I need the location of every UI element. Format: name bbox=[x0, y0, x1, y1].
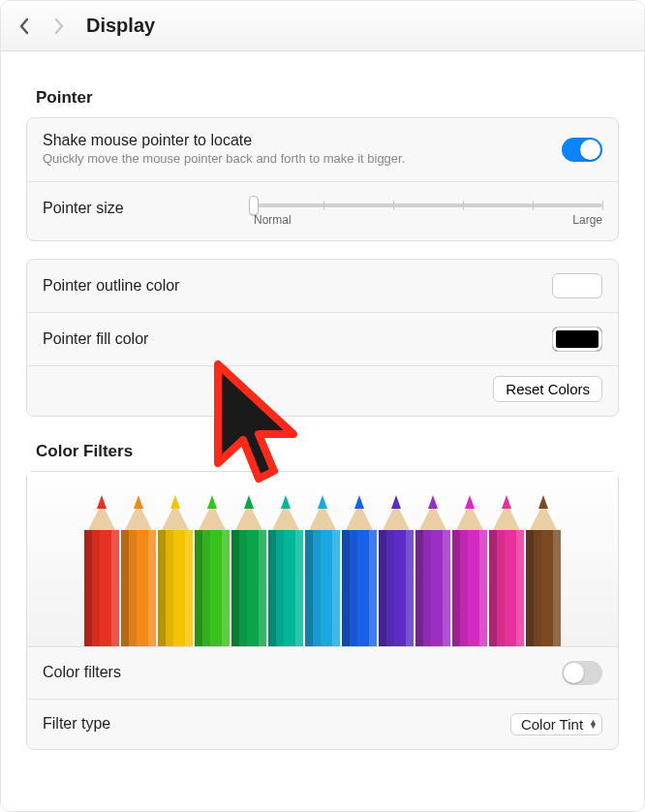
pointer-section-label: Pointer bbox=[36, 88, 619, 108]
pencil-icon bbox=[84, 491, 119, 646]
pointer-size-label: Pointer size bbox=[43, 196, 124, 217]
filter-type-select[interactable]: Color Tint ▲▼ bbox=[510, 713, 602, 735]
pencil-icon bbox=[305, 491, 340, 646]
filters-section-label: Color Filters bbox=[36, 442, 619, 461]
pencil-icon bbox=[526, 491, 561, 646]
chevron-updown-icon: ▲▼ bbox=[589, 720, 598, 729]
shake-label: Shake mouse pointer to locate bbox=[43, 132, 405, 149]
outline-color-well[interactable] bbox=[552, 273, 602, 298]
pencil-icon bbox=[489, 491, 524, 646]
pencil-icon bbox=[342, 491, 377, 646]
outline-color-label: Pointer outline color bbox=[43, 277, 179, 295]
color-filters-toggle[interactable] bbox=[562, 661, 602, 685]
outline-color-row: Pointer outline color bbox=[27, 260, 618, 312]
pencil-icon bbox=[452, 491, 487, 646]
pencil-icon bbox=[415, 491, 450, 646]
color-filters-preview bbox=[27, 472, 618, 646]
reset-row: Reset Colors bbox=[27, 365, 618, 416]
slider-thumb[interactable] bbox=[249, 196, 259, 215]
pointer-color-panel: Pointer outline color Pointer fill color… bbox=[26, 259, 619, 417]
titlebar: Display bbox=[1, 1, 644, 51]
forward-button[interactable] bbox=[53, 17, 65, 35]
filter-type-value: Color Tint bbox=[521, 716, 583, 733]
shake-toggle[interactable] bbox=[562, 138, 602, 162]
back-button[interactable] bbox=[18, 17, 30, 35]
slider-min-label: Normal bbox=[254, 213, 292, 227]
pointer-size-slider[interactable]: Normal Large bbox=[254, 196, 602, 227]
fill-color-row: Pointer fill color bbox=[27, 312, 618, 365]
fill-color-label: Pointer fill color bbox=[43, 330, 148, 348]
nav-arrows bbox=[18, 17, 65, 35]
slider-max-label: Large bbox=[572, 213, 602, 227]
pointer-panel: Shake mouse pointer to locate Quickly mo… bbox=[26, 117, 619, 241]
pencil-icon bbox=[121, 491, 156, 646]
pencil-icon bbox=[268, 491, 303, 646]
page-title: Display bbox=[86, 15, 155, 37]
fill-color-well[interactable] bbox=[552, 327, 602, 352]
filter-type-row: Filter type Color Tint ▲▼ bbox=[27, 699, 618, 749]
color-filters-row: Color filters bbox=[27, 646, 618, 699]
pencil-icon bbox=[379, 491, 414, 646]
shake-sub: Quickly move the mouse pointer back and … bbox=[43, 151, 405, 168]
pencil-icon bbox=[231, 491, 266, 646]
pointer-size-row: Pointer size Normal Large bbox=[27, 181, 618, 240]
filter-type-label: Filter type bbox=[43, 715, 110, 733]
reset-colors-button[interactable]: Reset Colors bbox=[493, 376, 602, 402]
filters-panel: Color filters Filter type Color Tint ▲▼ bbox=[26, 471, 619, 750]
pencil-icon bbox=[158, 491, 193, 646]
shake-to-locate-row: Shake mouse pointer to locate Quickly mo… bbox=[27, 118, 618, 181]
color-filters-label: Color filters bbox=[43, 664, 121, 681]
pencil-icon bbox=[195, 491, 230, 646]
